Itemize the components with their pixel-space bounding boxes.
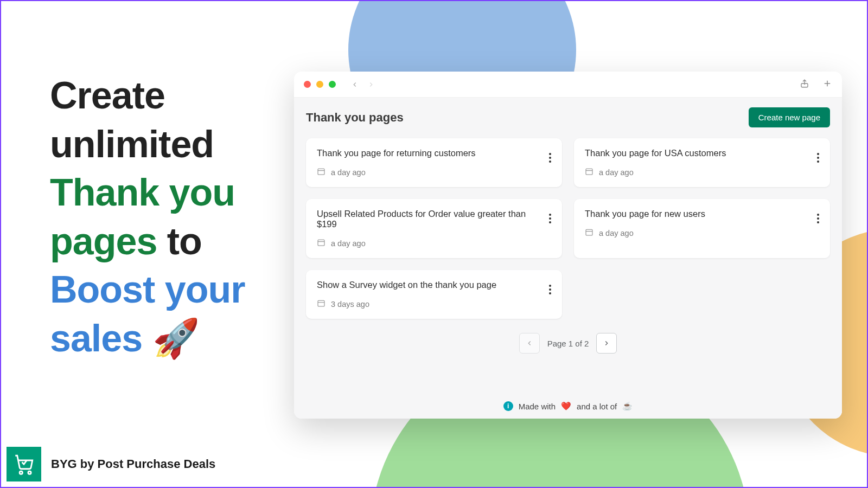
calendar-icon <box>317 167 326 177</box>
headline-highlight-thankyou: Thank you pages <box>50 171 235 262</box>
page-card[interactable]: Show a Survey widget on the thank you pa… <box>306 270 562 319</box>
nav-forward-icon[interactable] <box>367 81 375 88</box>
headline-highlight-boost: Boost your sales <box>50 268 245 359</box>
card-menu-button[interactable] <box>815 149 821 166</box>
heart-icon: ❤️ <box>561 401 571 411</box>
card-time: a day ago <box>599 229 634 237</box>
calendar-icon <box>585 167 593 177</box>
plus-icon[interactable] <box>822 79 832 91</box>
marketing-headline: Create unlimited Thank you pages to Boos… <box>50 72 267 363</box>
page-title: Thank you pages <box>306 111 404 125</box>
window-maximize-dot[interactable] <box>329 81 336 88</box>
footer-text-prefix: Made with <box>519 402 556 411</box>
pages-grid: Thank you page for returning customers a… <box>306 138 830 319</box>
rocket-icon: 🚀 <box>152 317 199 359</box>
calendar-icon <box>585 228 593 238</box>
page-next-button[interactable] <box>596 333 617 354</box>
card-title: Thank you page for new users <box>585 209 819 219</box>
card-title: Upsell Related Products for Order value … <box>317 209 551 229</box>
card-menu-button[interactable] <box>547 281 553 298</box>
svg-point-14 <box>28 471 31 474</box>
window-close-dot[interactable] <box>304 81 311 88</box>
page-card[interactable]: Thank you page for new users a day ago <box>574 199 830 258</box>
brand-logo <box>7 447 41 481</box>
card-time: a day ago <box>331 168 366 177</box>
page-card[interactable]: Upsell Related Products for Order value … <box>306 199 562 258</box>
card-title: Show a Survey widget on the thank you pa… <box>317 280 551 290</box>
card-menu-button[interactable] <box>547 210 553 227</box>
card-time: a day ago <box>331 239 366 248</box>
create-new-page-button[interactable]: Create new page <box>749 107 830 127</box>
brand-text: BYG by Post Purchase Deals <box>51 457 215 471</box>
card-time: a day ago <box>599 168 634 177</box>
card-title: Thank you page for USA customers <box>585 148 819 158</box>
coffee-icon: ☕ <box>622 401 633 411</box>
card-time: 3 days ago <box>331 300 369 309</box>
card-menu-button[interactable] <box>547 149 553 166</box>
svg-rect-11 <box>318 300 324 306</box>
pagination: Page 1 of 2 <box>306 333 830 354</box>
svg-rect-5 <box>586 169 592 175</box>
app-window: Thank you pages Create new page Thank yo… <box>294 72 842 419</box>
headline-part2: to <box>167 220 202 262</box>
card-title: Thank you page for returning customers <box>317 148 551 158</box>
calendar-icon <box>317 238 326 248</box>
calendar-icon <box>317 299 326 309</box>
svg-rect-7 <box>318 240 324 246</box>
card-menu-button[interactable] <box>815 210 821 227</box>
window-minimize-dot[interactable] <box>316 81 323 88</box>
page-indicator: Page 1 of 2 <box>547 339 589 348</box>
info-icon[interactable]: i <box>503 401 513 411</box>
page-card[interactable]: Thank you page for returning customers a… <box>306 138 562 187</box>
svg-rect-9 <box>586 229 592 235</box>
app-footer: i Made with ❤️ and a lot of ☕ <box>306 386 830 411</box>
nav-back-icon[interactable] <box>351 81 359 88</box>
svg-point-13 <box>20 471 22 474</box>
svg-rect-3 <box>318 169 324 175</box>
app-content: Thank you pages Create new page Thank yo… <box>294 98 842 419</box>
window-titlebar <box>294 72 842 98</box>
brand-footer: BYG by Post Purchase Deals <box>7 447 215 481</box>
share-icon[interactable] <box>800 79 809 91</box>
page-prev-button[interactable] <box>519 333 540 354</box>
headline-part1: Create unlimited <box>50 74 214 165</box>
footer-text-mid: and a lot of <box>577 402 617 411</box>
page-card[interactable]: Thank you page for USA customers a day a… <box>574 138 830 187</box>
